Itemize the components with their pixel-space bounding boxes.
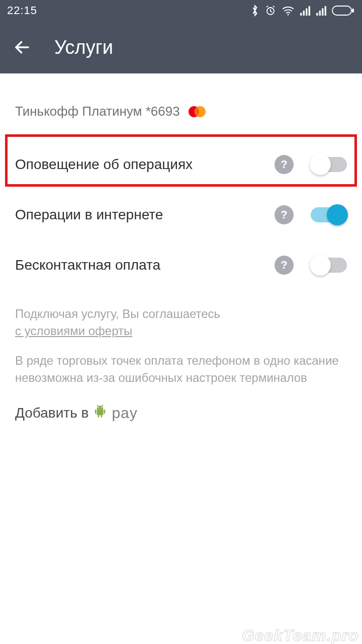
- info-line1: Подключая услугу, Вы соглашаетесь: [15, 307, 220, 320]
- signal2-icon: [316, 6, 327, 16]
- help-icon[interactable]: ?: [275, 256, 294, 275]
- battery-icon: [332, 5, 355, 16]
- setting-label: Операции в интернете: [15, 207, 275, 223]
- info-block: Подключая услугу, Вы соглашаетесь с усло…: [0, 290, 362, 386]
- wifi-icon: [282, 5, 295, 16]
- svg-rect-9: [98, 416, 100, 418]
- status-bar: 22:15: [0, 0, 362, 21]
- svg-rect-7: [95, 410, 97, 414]
- svg-rect-10: [101, 416, 103, 418]
- svg-line-14: [102, 405, 103, 406]
- alarm-icon: [264, 5, 277, 17]
- svg-point-11: [98, 407, 99, 408]
- setting-label: Оповещение об операциях: [15, 156, 275, 173]
- svg-rect-6: [97, 410, 104, 416]
- setting-row-contactless: Бесконтактная оплата ?: [0, 240, 362, 290]
- svg-point-1: [288, 14, 289, 16]
- toggle-notifications[interactable]: [311, 157, 347, 172]
- status-time: 22:15: [7, 4, 37, 17]
- status-icons: [250, 5, 355, 17]
- signal1-icon: [300, 6, 311, 16]
- card-name-label: Тинькофф Платинум *6693: [15, 104, 180, 119]
- card-name-row: Тинькофф Платинум *6693: [0, 104, 362, 139]
- setting-row-notifications: Оповещение об операциях ?: [0, 139, 362, 190]
- mastercard-icon: [187, 105, 207, 118]
- setting-row-internet: Операции в интернете ?: [0, 190, 362, 240]
- toggle-contactless[interactable]: [311, 258, 347, 273]
- add-to-pay-row[interactable]: Добавить в pay: [0, 399, 362, 427]
- svg-line-13: [97, 405, 98, 406]
- bluetooth-icon: [250, 5, 259, 17]
- info-paragraph: В ряде торговых точек оплата телефоном в…: [15, 352, 347, 386]
- svg-rect-8: [104, 410, 106, 414]
- setting-label: Бесконтактная оплата: [15, 257, 275, 273]
- back-button[interactable]: [10, 35, 34, 59]
- svg-rect-3: [352, 9, 354, 13]
- terms-link[interactable]: с условиями оферты: [15, 324, 132, 338]
- toggle-internet[interactable]: [311, 207, 347, 222]
- android-icon: [94, 404, 107, 422]
- pay-brand-text: pay: [112, 405, 137, 422]
- svg-rect-2: [332, 6, 351, 15]
- arrow-left-icon: [13, 38, 31, 56]
- watermark: GeekTeam.pro: [242, 626, 359, 644]
- addpay-prefix: Добавить в: [15, 405, 88, 421]
- help-icon[interactable]: ?: [275, 155, 294, 174]
- app-bar: Услуги: [0, 21, 362, 73]
- content: Тинькофф Платинум *6693 Оповещение об оп…: [0, 73, 362, 427]
- page-title: Услуги: [54, 37, 113, 58]
- svg-point-12: [102, 407, 103, 408]
- help-icon[interactable]: ?: [275, 205, 294, 224]
